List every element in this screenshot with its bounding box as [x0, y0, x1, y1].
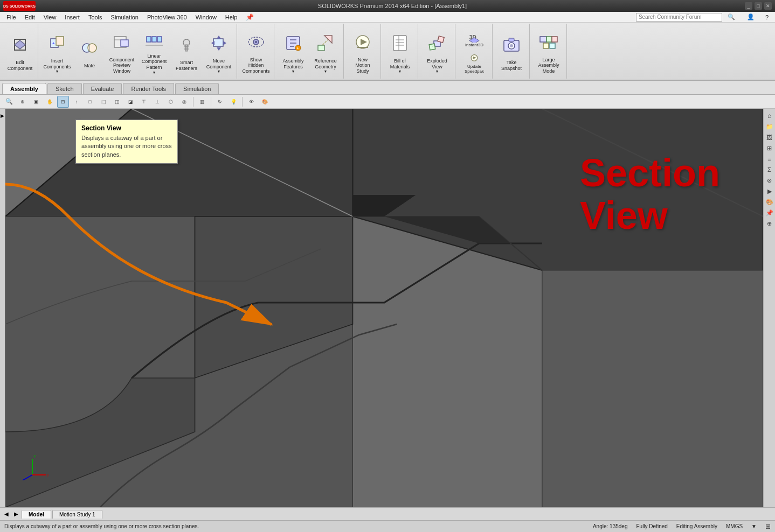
right-panel-home-icon[interactable]: ⌂ — [765, 111, 774, 121]
back-view-icon[interactable]: ⬚ — [98, 96, 109, 108]
view-3d-icon[interactable]: ↑ — [71, 96, 82, 108]
section-view-icon[interactable]: ⊟ — [57, 96, 69, 108]
bom-dropdown[interactable]: ▼ — [398, 69, 402, 73]
user-icon[interactable]: 👤 — [743, 12, 759, 22]
bill-of-materials-button[interactable]: Bill ofMaterials ▼ — [384, 25, 416, 77]
move-component-dropdown[interactable]: ▼ — [217, 69, 221, 73]
status-icon-right[interactable]: ⊞ — [765, 523, 771, 530]
move-component-button[interactable]: MoveComponent ▼ — [203, 25, 234, 77]
svg-rect-57 — [540, 37, 546, 42]
top-view-icon[interactable]: ⊤ — [138, 96, 150, 108]
question-icon[interactable]: ? — [761, 13, 773, 22]
instant3d-button[interactable]: 3D Instant3D — [459, 27, 490, 51]
insert-components-button[interactable]: + InsertComponents ▼ — [41, 25, 73, 77]
update-speedpak-button[interactable]: UpdateSpeedpak — [459, 52, 490, 75]
maximize-button[interactable]: □ — [755, 2, 762, 10]
zoom-area-icon[interactable]: ⊕ — [17, 96, 29, 108]
right-panel-grid-icon[interactable]: ⊞ — [765, 143, 774, 153]
right-panel-connect-icon[interactable]: ⊗ — [765, 176, 774, 185]
snapshot-group: TakeSnapshot — [494, 24, 530, 79]
close-button[interactable]: ✕ — [764, 2, 772, 10]
tab-render-tools[interactable]: Render Tools — [123, 83, 174, 94]
bottom-tab-motion-study-1[interactable]: Motion Study 1 — [52, 510, 102, 519]
exploded-view-button[interactable]: ExplodedView ▼ — [421, 25, 453, 77]
tab-simulation[interactable]: Simulation — [175, 83, 219, 94]
svg-rect-61 — [550, 43, 555, 48]
menu-photoview[interactable]: PhotoView 360 — [143, 13, 191, 22]
linear-pattern-button[interactable]: LinearComponentPattern ▼ — [139, 25, 170, 77]
tab-assembly[interactable]: Assembly — [2, 83, 46, 94]
motion-study-group: NewMotionStudy — [345, 24, 381, 79]
svg-marker-66 — [542, 270, 763, 507]
menu-file[interactable]: File — [2, 13, 20, 22]
lights-icon[interactable]: 💡 — [227, 96, 239, 108]
view-toolbar: 🔍 ⊕ ▣ ✋ ⊟ ↑ □ ⬚ ◫ ◪ ⊤ ⊥ ⬡ ◎ ▥ ↻ 💡 👁 🎨 — [0, 95, 775, 109]
solidworks-logo: DS SOLIDWORKS — [3, 1, 36, 11]
main-toolbar: EditComponent + InsertComponents ▼ — [0, 23, 775, 81]
right-panel-sigma-icon[interactable]: Σ — [765, 165, 774, 174]
appearance-icon[interactable]: 🎨 — [259, 96, 271, 108]
reference-geometry-button[interactable]: ReferenceGeometry ▼ — [310, 25, 341, 77]
right-panel-extra-icon[interactable]: ⊕ — [765, 219, 774, 228]
search-icon[interactable]: 🔍 — [723, 12, 739, 22]
status-units: MMGS — [726, 523, 743, 529]
menu-tools[interactable]: Tools — [84, 13, 107, 22]
right-panel-pin-icon[interactable]: 📌 — [765, 208, 774, 218]
insert-components-dropdown[interactable]: ▼ — [56, 69, 59, 73]
right-panel-photo-icon[interactable]: 🖼 — [765, 132, 774, 142]
bottom-view-icon[interactable]: ⊥ — [151, 96, 163, 108]
new-motion-study-button[interactable]: NewMotionStudy — [347, 25, 378, 77]
right-panel-folder-icon[interactable]: 📁 — [765, 122, 774, 131]
tab-evaluate[interactable]: Evaluate — [83, 83, 122, 94]
speedpak-icon — [468, 53, 480, 64]
mate-button[interactable]: Mate — [74, 25, 105, 77]
zoom-box-icon[interactable]: ▣ — [30, 96, 42, 108]
right-panel-palette-icon[interactable]: 🎨 — [765, 197, 774, 207]
reference-geometry-dropdown[interactable]: ▼ — [324, 69, 328, 73]
menu-pin[interactable]: 📌 — [241, 12, 258, 22]
component-preview-button[interactable]: ComponentPreviewWindow — [106, 25, 137, 77]
display-style-icon[interactable]: ▥ — [196, 96, 208, 108]
take-snapshot-button[interactable]: TakeSnapshot — [496, 25, 527, 77]
menu-window[interactable]: Window — [191, 13, 221, 22]
pan-icon[interactable]: ✋ — [44, 96, 56, 108]
isometric-view-icon[interactable]: ⬡ — [165, 96, 177, 108]
next-tab-button[interactable]: ▶ — [12, 511, 20, 517]
assembly-features-dropdown[interactable]: ▼ — [292, 69, 295, 73]
right-view-icon[interactable]: ◪ — [124, 96, 136, 108]
front-view-icon[interactable]: □ — [84, 96, 96, 108]
left-view-icon[interactable]: ◫ — [111, 96, 123, 108]
menu-help[interactable]: Help — [221, 13, 242, 22]
right-panel-animate-icon[interactable]: ▶ — [765, 186, 774, 196]
smart-fasteners-button[interactable]: SmartFasteners — [171, 25, 202, 77]
show-hidden-button[interactable]: ShowHiddenComponents — [240, 25, 272, 77]
menu-insert[interactable]: Insert — [60, 13, 84, 22]
search-input[interactable] — [636, 13, 722, 22]
right-panel-layers-icon[interactable]: ≡ — [765, 154, 774, 164]
viewport[interactable]: Section View Displays a cutaway of a par… — [5, 109, 763, 507]
insert-components-icon: + — [47, 33, 67, 53]
exploded-view-dropdown[interactable]: ▼ — [435, 69, 439, 73]
window-controls[interactable]: _ □ ✕ — [745, 2, 772, 10]
instant3d-group: 3D Instant3D UpdateSpeedpak — [456, 24, 493, 79]
menu-view[interactable]: View — [39, 13, 61, 22]
title-bar: DS SOLIDWORKS SOLIDWORKS Premium 2014 x6… — [0, 0, 775, 12]
hide-show-icon[interactable]: 👁 — [245, 96, 257, 108]
large-assembly-mode-button[interactable]: LargeAssemblyMode — [533, 25, 564, 77]
edit-component-button[interactable]: EditComponent — [4, 25, 36, 77]
minimize-button[interactable]: _ — [745, 2, 752, 10]
rotate-view-icon[interactable]: ↻ — [214, 96, 226, 108]
assembly-features-button[interactable]: + AssemblyFeatures ▼ — [278, 25, 309, 77]
search-view-icon[interactable]: 🔍 — [3, 96, 15, 108]
tab-sketch[interactable]: Sketch — [47, 83, 82, 94]
bottom-tab-model[interactable]: Model — [22, 510, 51, 519]
normal-view-icon[interactable]: ◎ — [178, 96, 190, 108]
menu-simulation[interactable]: Simulation — [107, 13, 143, 22]
left-panel-toggle[interactable]: ▶ — [1, 113, 4, 118]
menu-edit[interactable]: Edit — [20, 13, 39, 22]
move-component-icon — [209, 33, 229, 53]
linear-pattern-dropdown[interactable]: ▼ — [153, 71, 156, 74]
assembly-features-icon: + — [283, 33, 303, 53]
prev-tab-button[interactable]: ◀ — [2, 511, 11, 517]
units-dropdown[interactable]: ▼ — [751, 523, 757, 529]
